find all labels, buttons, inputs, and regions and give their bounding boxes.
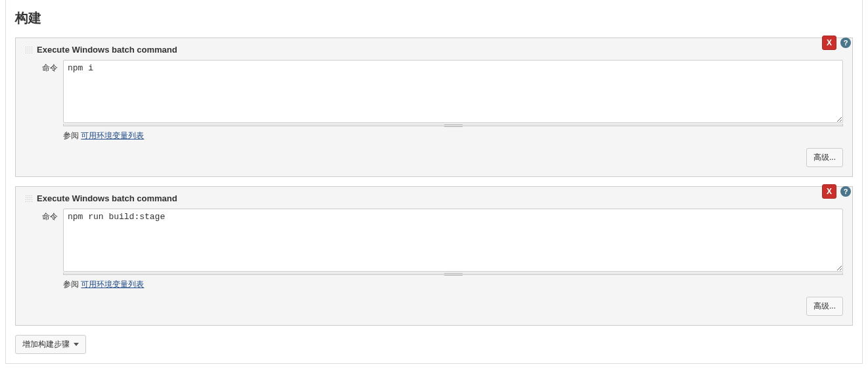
command-textarea[interactable] xyxy=(63,209,843,272)
drag-handle-icon[interactable] xyxy=(25,46,33,54)
build-step-header[interactable]: Execute Windows batch command xyxy=(25,42,843,60)
delete-step-button[interactable]: X xyxy=(822,36,836,50)
env-vars-link[interactable]: 可用环境变量列表 xyxy=(81,280,144,289)
build-step-header[interactable]: Execute Windows batch command xyxy=(25,191,843,209)
delete-step-button[interactable]: X xyxy=(822,184,836,199)
env-vars-link[interactable]: 可用环境变量列表 xyxy=(81,131,144,140)
build-step: X Execute Windows batch command 命令 参阅 可用… xyxy=(15,186,853,326)
help-icon[interactable] xyxy=(840,38,851,48)
chevron-down-icon xyxy=(74,343,79,346)
add-build-step-label: 增加构建步骤 xyxy=(22,339,70,350)
build-step-title: Execute Windows batch command xyxy=(37,45,177,55)
section-title: 构建 xyxy=(15,9,853,27)
refer-prefix: 参阅 xyxy=(63,280,81,289)
textarea-resize-handle[interactable] xyxy=(63,272,843,275)
drag-handle-icon[interactable] xyxy=(25,195,33,203)
command-textarea[interactable] xyxy=(63,60,843,123)
command-label: 命令 xyxy=(25,209,63,222)
env-vars-reference: 参阅 可用环境变量列表 xyxy=(63,279,843,290)
build-section-panel: 构建 X Execute Windows batch command 命令 参阅… xyxy=(5,0,863,364)
help-icon[interactable] xyxy=(840,186,851,197)
advanced-button[interactable]: 高级... xyxy=(806,297,843,316)
build-step: X Execute Windows batch command 命令 参阅 可用… xyxy=(15,38,853,177)
build-step-title: Execute Windows batch command xyxy=(37,193,177,203)
textarea-resize-handle[interactable] xyxy=(63,124,843,126)
refer-prefix: 参阅 xyxy=(63,131,81,140)
add-build-step-button[interactable]: 增加构建步骤 xyxy=(15,335,86,354)
env-vars-reference: 参阅 可用环境变量列表 xyxy=(63,130,843,141)
advanced-button[interactable]: 高级... xyxy=(806,148,843,167)
command-label: 命令 xyxy=(25,60,63,74)
